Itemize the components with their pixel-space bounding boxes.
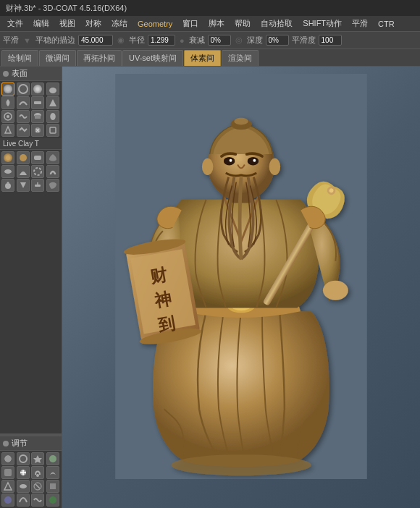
svg-point-24 bbox=[36, 474, 39, 477]
adj-cell-12[interactable] bbox=[46, 480, 59, 493]
smoothness-input[interactable] bbox=[319, 35, 342, 46]
lc-cell-3[interactable] bbox=[31, 151, 44, 164]
brush-cell-2[interactable] bbox=[17, 82, 30, 96]
menu-bar: 文件 编辑 视图 对称 冻结 Geometry 窗口 脚本 帮助 自动拾取 SH… bbox=[0, 16, 420, 32]
label-smooth: 平滑 bbox=[3, 35, 19, 46]
adj-cell-14[interactable] bbox=[17, 494, 30, 507]
svg-point-53 bbox=[323, 281, 348, 300]
menu-view[interactable]: 视图 bbox=[55, 17, 80, 30]
viewport[interactable]: 财 神 到 bbox=[62, 67, 420, 508]
lc-cell-2[interactable] bbox=[17, 151, 30, 164]
lc-cell-8[interactable] bbox=[46, 165, 59, 178]
viewport-canvas: 财 神 到 bbox=[62, 67, 420, 508]
brush-grid-surface bbox=[0, 81, 62, 138]
depth-input[interactable] bbox=[266, 35, 289, 46]
surface-header: 表面 bbox=[0, 67, 62, 81]
adj-cell-4[interactable] bbox=[46, 452, 59, 465]
brush-cell-9[interactable] bbox=[1, 110, 14, 123]
falloff-input[interactable] bbox=[208, 35, 231, 46]
tab-voxel[interactable]: 体素间 bbox=[184, 50, 221, 66]
adj-cell-5[interactable] bbox=[1, 466, 14, 479]
svg-rect-28 bbox=[50, 483, 56, 489]
brush-cell-15[interactable] bbox=[31, 124, 44, 137]
lc-cell-6[interactable] bbox=[17, 165, 30, 178]
adj-cell-1[interactable] bbox=[1, 452, 14, 465]
adj-cell-10[interactable] bbox=[17, 480, 30, 493]
adjust-title: 调节 bbox=[12, 438, 28, 449]
main-layout: 表面 bbox=[0, 67, 420, 508]
label-stroke: 平稳的描边 bbox=[35, 35, 75, 46]
svg-rect-6 bbox=[35, 115, 41, 119]
menu-smooth[interactable]: 平滑 bbox=[348, 17, 372, 30]
svg-rect-2 bbox=[34, 101, 41, 104]
brush-cell-4[interactable] bbox=[46, 82, 59, 96]
adj-cell-16[interactable] bbox=[46, 494, 59, 507]
stroke-value-input[interactable] bbox=[78, 35, 113, 46]
menu-file[interactable]: 文件 bbox=[3, 17, 28, 30]
brush-cell-11[interactable] bbox=[31, 110, 44, 123]
lc-cell-5[interactable] bbox=[1, 165, 14, 178]
svg-point-13 bbox=[5, 183, 11, 189]
lc-cell-1[interactable] bbox=[1, 151, 14, 164]
adj-cell-9[interactable] bbox=[1, 480, 14, 493]
svg-point-4 bbox=[7, 115, 9, 118]
brush-cell-3[interactable] bbox=[31, 82, 44, 96]
brush-cell-1[interactable] bbox=[1, 82, 14, 96]
menu-geometry[interactable]: Geometry bbox=[133, 18, 177, 30]
adj-cell-8[interactable] bbox=[46, 466, 59, 479]
tab-paint[interactable]: 绘制间 bbox=[1, 50, 38, 66]
lc-cell-7[interactable] bbox=[31, 165, 44, 178]
svg-point-12 bbox=[34, 168, 41, 175]
brush-cell-8[interactable] bbox=[46, 96, 59, 109]
tab-uvset[interactable]: UV-set映射间 bbox=[122, 50, 183, 66]
menu-shift[interactable]: SHIFT动作 bbox=[298, 17, 346, 30]
menu-help[interactable]: 帮助 bbox=[230, 17, 255, 30]
brush-cell-13[interactable] bbox=[1, 124, 14, 137]
adj-cell-6[interactable] bbox=[17, 466, 30, 479]
toolbar1: 平滑 ▼ 平稳的描边 ◉ 半径 ● 衰减 ◎ 深度 平滑度 bbox=[0, 32, 420, 49]
tab-tweak[interactable]: 微调间 bbox=[39, 50, 76, 66]
menu-freeze[interactable]: 冻结 bbox=[107, 17, 132, 30]
brush-cell-10[interactable] bbox=[17, 110, 30, 123]
menu-ctrl[interactable]: CTR bbox=[374, 18, 399, 30]
adj-cell-15[interactable] bbox=[31, 494, 44, 507]
title-text: 财神.3b* - 3D-COAT 4.5.16(DX64) bbox=[6, 3, 127, 14]
adj-cell-3[interactable] bbox=[31, 452, 44, 465]
tab-render[interactable]: 渲染间 bbox=[222, 50, 259, 66]
menu-edit[interactable]: 编辑 bbox=[29, 17, 54, 30]
adj-cell-11[interactable] bbox=[31, 480, 44, 493]
lc-cell-11[interactable] bbox=[31, 179, 44, 192]
menu-symmetry[interactable]: 对称 bbox=[81, 17, 106, 30]
tab-retopo[interactable]: 再拓扑间 bbox=[77, 50, 122, 66]
adj-cell-7[interactable] bbox=[31, 466, 44, 479]
lc-cell-9[interactable] bbox=[1, 179, 14, 192]
label-depth: 深度 bbox=[247, 35, 263, 46]
lc-cell-10[interactable] bbox=[17, 179, 30, 192]
label-radius: 半径 bbox=[129, 35, 145, 46]
svg-point-42 bbox=[248, 157, 259, 166]
lc-cell-12[interactable] bbox=[46, 179, 59, 192]
menu-window[interactable]: 窗口 bbox=[178, 17, 203, 30]
radius-input[interactable] bbox=[148, 35, 175, 46]
live-clay-label: Live Clay T bbox=[0, 138, 62, 150]
brush-cell-7[interactable] bbox=[31, 96, 44, 109]
label-falloff: 衰减 bbox=[189, 35, 205, 46]
adj-cell-2[interactable] bbox=[17, 452, 30, 465]
svg-rect-10 bbox=[34, 156, 41, 160]
menu-script[interactable]: 脚本 bbox=[204, 17, 229, 30]
adjust-dot bbox=[3, 441, 9, 446]
figure-svg: 财 神 到 bbox=[111, 74, 371, 479]
svg-text:神: 神 bbox=[152, 289, 172, 311]
brush-cell-14[interactable] bbox=[17, 124, 30, 137]
lc-cell-4[interactable] bbox=[46, 151, 59, 164]
brush-cell-6[interactable] bbox=[17, 96, 30, 109]
svg-point-30 bbox=[49, 496, 56, 504]
brush-cell-12[interactable] bbox=[46, 110, 59, 123]
title-bar: 财神.3b* - 3D-COAT 4.5.16(DX64) bbox=[0, 0, 420, 16]
svg-point-19 bbox=[49, 455, 56, 462]
brush-cell-5[interactable] bbox=[1, 96, 14, 109]
svg-line-27 bbox=[35, 484, 40, 488]
brush-cell-16[interactable] bbox=[46, 124, 59, 137]
menu-autograb[interactable]: 自动拾取 bbox=[256, 17, 297, 30]
adj-cell-13[interactable] bbox=[1, 494, 14, 507]
